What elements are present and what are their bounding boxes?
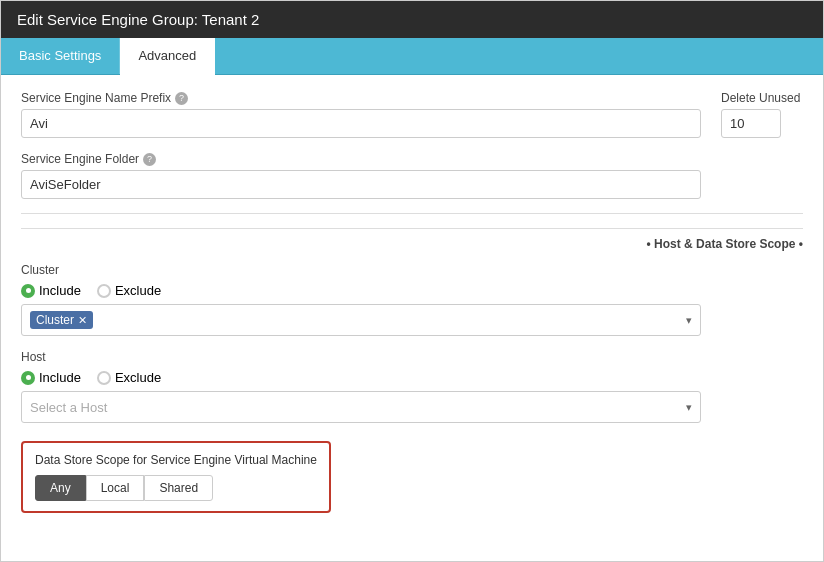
tabs-bar: Basic Settings Advanced (1, 38, 823, 75)
se-folder-group: Service Engine Folder ? (21, 152, 803, 199)
cluster-tag-remove[interactable]: ✕ (78, 314, 87, 327)
name-prefix-label: Service Engine Name Prefix ? (21, 91, 701, 105)
cluster-exclude-radio[interactable] (97, 284, 111, 298)
host-exclude-radio[interactable] (97, 371, 111, 385)
datastore-any-button[interactable]: Any (35, 475, 86, 501)
tab-advanced[interactable]: Advanced (120, 38, 215, 75)
datastore-shared-button[interactable]: Shared (144, 475, 213, 501)
se-folder-label: Service Engine Folder ? (21, 152, 803, 166)
host-include-radio[interactable] (21, 371, 35, 385)
host-placeholder: Select a Host (30, 400, 107, 415)
host-dropdown-chevron: ▾ (686, 401, 692, 414)
host-include-option[interactable]: Include (21, 370, 81, 385)
delete-unused-label: Delete Unused (721, 91, 800, 105)
host-section: Host Include Exclude Select a Host ▾ (21, 350, 803, 423)
cluster-dropdown-chevron: ▾ (686, 314, 692, 327)
modal-title: Edit Service Engine Group: Tenant 2 (17, 11, 259, 28)
name-prefix-group: Service Engine Name Prefix ? (21, 91, 701, 138)
host-label: Host (21, 350, 803, 364)
host-datastore-scope-header: Host & Data Store Scope (21, 228, 803, 251)
cluster-include-radio[interactable] (21, 284, 35, 298)
se-folder-input[interactable] (21, 170, 701, 199)
se-folder-help-icon[interactable]: ? (143, 153, 156, 166)
divider-1 (21, 213, 803, 214)
cluster-dropdown[interactable]: Cluster ✕ ▾ (21, 304, 701, 336)
delete-unused-group: Delete Unused (721, 91, 800, 138)
datastore-local-button[interactable]: Local (86, 475, 145, 501)
host-exclude-option[interactable]: Exclude (97, 370, 161, 385)
cluster-section: Cluster Include Exclude Cluster ✕ (21, 263, 803, 336)
host-dropdown[interactable]: Select a Host ▾ (21, 391, 701, 423)
name-prefix-input[interactable] (21, 109, 701, 138)
modal-header: Edit Service Engine Group: Tenant 2 (1, 1, 823, 38)
cluster-include-option[interactable]: Include (21, 283, 81, 298)
datastore-scope-title: Data Store Scope for Service Engine Virt… (35, 453, 317, 467)
modal-container: Edit Service Engine Group: Tenant 2 Basi… (0, 0, 824, 562)
modal-body: Service Engine Name Prefix ? Delete Unus… (1, 75, 823, 561)
tab-basic-settings[interactable]: Basic Settings (1, 38, 120, 74)
host-tags: Select a Host (30, 400, 682, 415)
name-prefix-help-icon[interactable]: ? (175, 92, 188, 105)
delete-unused-input[interactable] (721, 109, 781, 138)
cluster-exclude-option[interactable]: Exclude (97, 283, 161, 298)
datastore-scope-box: Data Store Scope for Service Engine Virt… (21, 441, 331, 513)
cluster-radio-group: Include Exclude (21, 283, 803, 298)
cluster-label: Cluster (21, 263, 803, 277)
host-radio-group: Include Exclude (21, 370, 803, 385)
name-prefix-row: Service Engine Name Prefix ? Delete Unus… (21, 91, 803, 152)
cluster-tag: Cluster ✕ (30, 311, 93, 329)
datastore-scope-buttons: Any Local Shared (35, 475, 317, 501)
datastore-scope-section: Data Store Scope for Service Engine Virt… (21, 437, 803, 513)
cluster-tag-label: Cluster (36, 313, 74, 327)
cluster-tags: Cluster ✕ (30, 311, 682, 329)
